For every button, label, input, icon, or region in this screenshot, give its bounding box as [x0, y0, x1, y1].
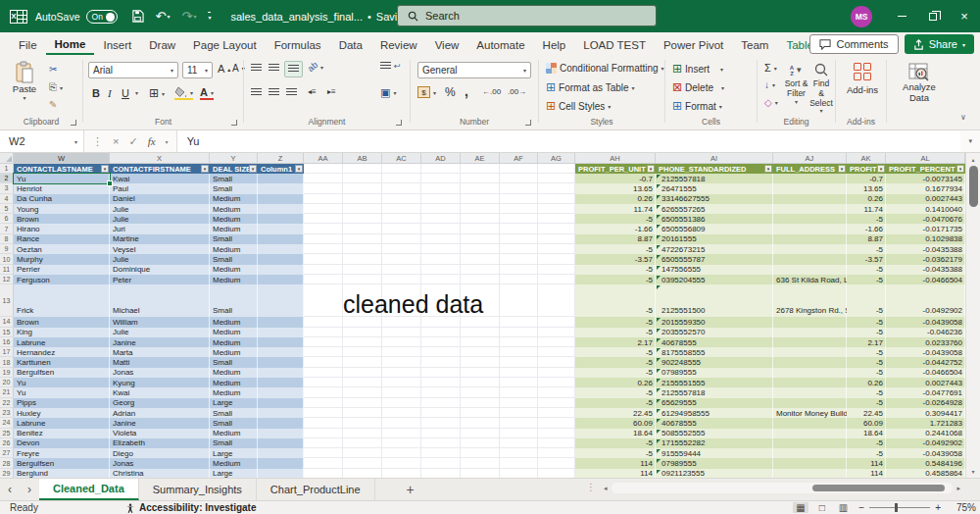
- cell[interactable]: [500, 275, 538, 284]
- cell[interactable]: [500, 469, 538, 478]
- cell[interactable]: Medium: [210, 378, 258, 387]
- cell[interactable]: [382, 368, 421, 378]
- scroll-right-icon[interactable]: ▸: [953, 485, 964, 492]
- filter-icon[interactable]: ▾: [647, 165, 655, 173]
- column-header-AF[interactable]: AF: [500, 153, 538, 164]
- align-top-button[interactable]: [251, 64, 262, 73]
- align-right-button[interactable]: [286, 88, 297, 97]
- cell[interactable]: [343, 328, 382, 337]
- cell[interactable]: [382, 448, 421, 458]
- filter-icon[interactable]: ▾: [295, 165, 303, 173]
- cell[interactable]: [343, 418, 382, 428]
- cell[interactable]: [304, 347, 343, 357]
- cell[interactable]: -5: [847, 368, 886, 378]
- cell[interactable]: Christina: [110, 469, 210, 478]
- cell[interactable]: Dominique: [110, 265, 210, 275]
- cell[interactable]: [343, 183, 382, 193]
- row-header-29[interactable]: 29: [0, 469, 14, 478]
- cell[interactable]: Medium: [210, 458, 258, 468]
- zoom-in-icon[interactable]: +: [935, 502, 941, 513]
- cell[interactable]: [304, 183, 343, 193]
- cell[interactable]: [461, 317, 500, 327]
- splitter-dots-icon[interactable]: ⋮: [586, 482, 596, 492]
- redo-chevron-icon[interactable]: ▾: [193, 13, 196, 20]
- cell[interactable]: [258, 214, 304, 224]
- cell[interactable]: [500, 204, 538, 214]
- cell[interactable]: [382, 469, 421, 478]
- cell[interactable]: [500, 378, 538, 387]
- cell[interactable]: Bergulfsen: [14, 368, 110, 378]
- cell[interactable]: [538, 387, 575, 397]
- cell[interactable]: Oeztan: [14, 244, 110, 254]
- cell[interactable]: [421, 368, 461, 378]
- cell[interactable]: [382, 284, 421, 317]
- filter-icon[interactable]: ▾: [838, 165, 846, 173]
- cell[interactable]: [304, 337, 343, 347]
- cell[interactable]: [343, 357, 382, 367]
- cell[interactable]: 2125551500: [656, 284, 773, 317]
- cell[interactable]: [343, 234, 382, 244]
- cell[interactable]: 0.26: [575, 378, 656, 387]
- row-header-2[interactable]: 2: [0, 174, 14, 183]
- cell[interactable]: [538, 378, 575, 387]
- cell[interactable]: [421, 317, 461, 327]
- cell[interactable]: [382, 164, 421, 174]
- cell[interactable]: [258, 244, 304, 254]
- scroll-left-icon[interactable]: ◂: [600, 485, 612, 492]
- cell[interactable]: Medium: [210, 244, 258, 254]
- cell[interactable]: -5: [847, 328, 886, 337]
- cell[interactable]: [461, 347, 500, 357]
- cell[interactable]: 0.1410040: [886, 204, 965, 214]
- cell[interactable]: [258, 254, 304, 264]
- cell[interactable]: [343, 408, 382, 418]
- alignment-dialog-launcher-icon[interactable]: [396, 120, 402, 126]
- new-sheet-button[interactable]: +: [397, 479, 424, 500]
- cell[interactable]: [421, 183, 461, 193]
- autosave-control[interactable]: AutoSave On: [35, 10, 118, 24]
- cell[interactable]: [343, 469, 382, 478]
- fill-color-button[interactable]: ▾: [174, 86, 193, 100]
- cell[interactable]: Small: [210, 234, 258, 244]
- cell[interactable]: [304, 458, 343, 468]
- font-name-select[interactable]: Arial▾: [88, 62, 178, 78]
- cell[interactable]: [538, 164, 575, 174]
- format-as-table-button[interactable]: ⊞Format as Table▾: [546, 81, 635, 93]
- cell[interactable]: 2.17: [847, 337, 886, 347]
- cell[interactable]: -3.57: [575, 254, 656, 264]
- cell[interactable]: Georg: [110, 398, 210, 408]
- cell[interactable]: [461, 438, 500, 448]
- cell[interactable]: 5085552555: [656, 429, 773, 438]
- cell[interactable]: Frick: [14, 284, 110, 317]
- cell[interactable]: [461, 429, 500, 438]
- decrease-decimal-button[interactable]: .00→: [508, 87, 526, 96]
- cell[interactable]: Martine: [110, 234, 210, 244]
- cell[interactable]: Medium: [210, 265, 258, 275]
- cell[interactable]: -5: [847, 387, 886, 397]
- align-center-button[interactable]: [269, 88, 279, 97]
- column-header-X[interactable]: X: [110, 153, 210, 164]
- cell[interactable]: 1715552282: [656, 438, 773, 448]
- format-cells-button[interactable]: ⊞Format▾: [672, 100, 722, 112]
- cell[interactable]: [304, 328, 343, 337]
- sheet-tab-summary_insights[interactable]: Summary_Insights: [139, 479, 257, 500]
- cell[interactable]: [304, 265, 343, 275]
- cell[interactable]: Kyung: [110, 378, 210, 387]
- tab-load-test[interactable]: LOAD TEST: [574, 35, 655, 54]
- cell[interactable]: [461, 357, 500, 367]
- borders-button[interactable]: ⊞▾: [149, 86, 165, 100]
- cell[interactable]: -1.66: [575, 224, 656, 233]
- cell[interactable]: Julie: [110, 204, 210, 214]
- cell[interactable]: [304, 204, 343, 214]
- cell[interactable]: [500, 347, 538, 357]
- cell[interactable]: [461, 164, 500, 174]
- cell[interactable]: [343, 174, 382, 183]
- cell[interactable]: 40678555: [656, 418, 773, 428]
- row-header-25[interactable]: 25: [0, 429, 14, 438]
- cell[interactable]: [343, 458, 382, 468]
- cell[interactable]: [500, 234, 538, 244]
- cell[interactable]: [382, 174, 421, 183]
- cell[interactable]: [382, 347, 421, 357]
- cell[interactable]: 0.2441068: [886, 429, 965, 438]
- cell[interactable]: [538, 347, 575, 357]
- cell[interactable]: -0.0492902: [886, 438, 965, 448]
